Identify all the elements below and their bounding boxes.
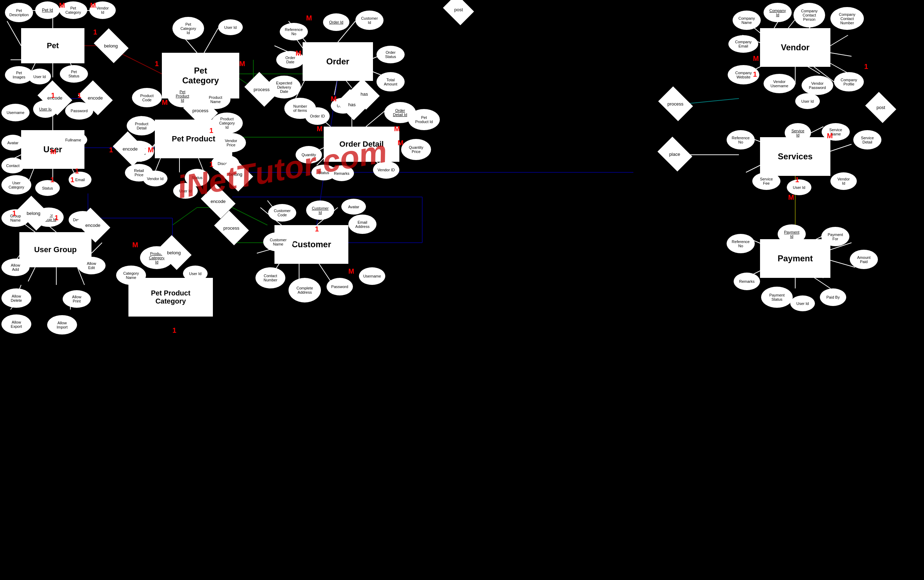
attr-status-user: Status <box>35 180 60 196</box>
svg-line-103 <box>172 208 197 225</box>
attr-order-id2: Order ID <box>305 107 330 125</box>
attr-category-name: CategoryName <box>116 265 146 285</box>
attr-payment-status: PaymentStatus <box>761 287 793 308</box>
mult-18: M <box>132 241 138 249</box>
relation-process-order: process <box>244 72 279 107</box>
attr-avatar: Avatar <box>2 135 24 150</box>
attr-quantity: Quantity <box>295 146 322 163</box>
attr-allow-delete: AllowDelete <box>2 288 31 308</box>
attr-pet-product-id2: PetProduct Id <box>408 109 440 130</box>
attr-user-id-ppc: User Id <box>183 265 208 282</box>
mult-8: 1 <box>109 146 113 154</box>
attr-service-id: ServiceId <box>785 123 811 142</box>
relation-post-top: post <box>443 0 474 25</box>
erd-diagram: Pet PetCategory Pet Product User User Gr… <box>0 0 924 580</box>
mult-31: M <box>788 193 794 201</box>
mult-6: 1 <box>51 91 55 99</box>
mult-3: 1 <box>93 28 97 36</box>
attr-user-id-pay: User Id <box>790 295 815 311</box>
attr-vendor-price: VendorPrice <box>216 133 246 152</box>
attr-order-status: OrderStatus <box>376 46 405 63</box>
attr-customer-name: CustomerName <box>263 232 293 252</box>
attr-vendor-password: VendorPassword <box>802 76 833 95</box>
mult-33: 1 <box>210 127 213 135</box>
attr-quantity-price: QuantityPrice <box>401 139 431 160</box>
svg-line-83 <box>830 144 851 151</box>
attr-user-id-product: User Id <box>173 183 198 199</box>
mult-1: M <box>90 2 96 10</box>
attr-pet-description: PetDescription <box>5 3 33 22</box>
attr-company-email: CompanyEmail <box>728 35 758 53</box>
mult-16: 1 <box>12 209 16 218</box>
attr-service-detail: ServiceDetail <box>853 130 881 150</box>
mult-12: M <box>50 148 56 156</box>
attr-customer-code: CustomerCode <box>268 204 296 222</box>
mult-2: M <box>59 2 65 10</box>
svg-line-56 <box>366 109 387 127</box>
mult-13: 1 <box>50 176 54 184</box>
attr-company-contact-person: CompanyContactPerson <box>794 3 825 28</box>
mult-17: 1 <box>54 214 58 222</box>
mult-14: 1 <box>70 176 74 184</box>
mult-5: M <box>162 99 168 107</box>
attr-payment-for: PaymentFor <box>821 227 850 246</box>
attr-email-address: EmailAddress <box>348 214 376 234</box>
mult-22: M <box>317 125 323 133</box>
attr-contact-number: ContactNumber <box>256 267 285 288</box>
attr-service-name: ServiceName <box>822 123 850 141</box>
relation-belong-pet: belong <box>94 28 129 63</box>
attr-total-amount: TotalAmount <box>376 72 405 91</box>
entity-vendor: Vendor <box>760 28 830 67</box>
mult-9: M <box>148 146 154 154</box>
attr-pet-status: PetStatus <box>60 65 88 82</box>
attr-password-customer: Password <box>327 278 353 295</box>
mult-24: M <box>398 139 404 147</box>
attr-company-id: CompanyId <box>764 3 792 22</box>
attr-product-detail: ProductDetail <box>127 116 157 135</box>
svg-line-41 <box>91 243 102 253</box>
attr-reference-no-svc: ReferenceNo <box>727 130 755 150</box>
entity-order-detail: Order Detail <box>324 127 399 162</box>
attr-vendor-id-od: Vendor ID <box>373 161 399 179</box>
attr-customer-id-order: CustomerId <box>355 11 384 30</box>
attr-vendor-id-svc: VendorId <box>830 172 857 190</box>
mult-23: M <box>394 125 400 133</box>
mult-10: M <box>239 60 245 68</box>
svg-line-5 <box>7 21 21 46</box>
relation-process-vendor: process <box>658 87 693 121</box>
attr-company-name: CompanyName <box>733 11 761 30</box>
attr-service-fee: ServiceFee <box>752 172 780 190</box>
mult-34: 1 <box>210 160 213 168</box>
mult-15: 1 <box>75 167 79 175</box>
attr-user-id-vendor: User Id <box>795 93 820 109</box>
attr-username-customer: Username <box>359 267 385 285</box>
attr-remarks: Remarks <box>329 165 354 181</box>
attr-allow-edit: AllowEdit <box>78 257 106 274</box>
attr-fullname: Fullname <box>59 132 87 148</box>
svg-line-13 <box>204 28 218 53</box>
attr-reference-no: ReferenceNo <box>280 23 308 40</box>
mult-29: 1 <box>864 63 868 71</box>
attr-complete-address: CompleteAddress <box>289 278 321 303</box>
attr-allow-export: AllowExport <box>2 315 31 334</box>
entity-order: Order <box>303 42 373 81</box>
attr-avatar-customer: Avatar <box>341 199 366 214</box>
mult-28: 1 <box>753 70 757 78</box>
attr-allow-import: AllowImport <box>47 315 77 334</box>
attr-contact: Contact <box>2 158 24 173</box>
entity-payment: Payment <box>760 239 830 278</box>
attr-vendor-username: VendorUsername <box>764 74 795 93</box>
svg-line-38 <box>28 267 35 282</box>
mult-27: M <box>753 54 759 63</box>
attr-paid-by: Paid By <box>820 288 846 306</box>
mult-20: M <box>306 14 312 22</box>
attr-user-category: UserCategory <box>2 175 31 194</box>
attr-product-code: ProductCode <box>132 88 162 107</box>
attr-customer-id2: CustomerId <box>306 201 334 220</box>
attr-user-id-petcat: User Id <box>218 19 243 35</box>
attr-user-id-pet: User Id <box>28 69 51 84</box>
mult-30: M <box>827 132 833 140</box>
attr-product-category-id: ProductCategoryId <box>211 112 243 133</box>
entity-pet-product-category: Pet ProductCategory <box>129 278 213 316</box>
attr-allow-add: AllowAdd <box>2 259 30 276</box>
